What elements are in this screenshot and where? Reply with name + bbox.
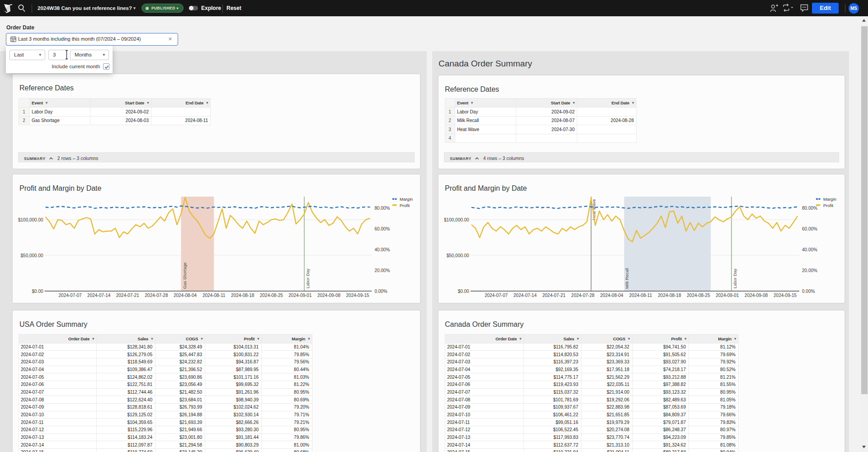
svg-text:Labor Day: Labor Day <box>732 268 737 288</box>
svg-text:2024-07-28: 2024-07-28 <box>571 293 595 298</box>
svg-text:$0.00: $0.00 <box>458 289 469 294</box>
svg-text:Labor Day: Labor Day <box>305 268 310 288</box>
svg-text:80.00%: 80.00% <box>374 206 390 211</box>
svg-text:2024-09-15: 2024-09-15 <box>774 293 797 298</box>
svg-text:0.00%: 0.00% <box>374 289 387 294</box>
svg-text:2024-07-14: 2024-07-14 <box>514 293 537 298</box>
svg-text:2024-07-07: 2024-07-07 <box>59 293 82 298</box>
svg-text:$0.00: $0.00 <box>32 289 43 294</box>
svg-text:2024-09-08: 2024-09-08 <box>745 293 768 298</box>
svg-text:2024-07-07: 2024-07-07 <box>485 293 508 298</box>
svg-text:40.00%: 40.00% <box>374 247 390 252</box>
svg-text:40.00%: 40.00% <box>802 247 817 252</box>
svg-text:Profit: Profit <box>400 203 410 208</box>
svg-text:$100,000.00: $100,000.00 <box>18 217 43 222</box>
svg-text:20.00%: 20.00% <box>374 268 390 273</box>
svg-text:Profit: Profit <box>823 203 834 208</box>
svg-text:Milk Recall: Milk Recall <box>624 268 629 289</box>
svg-text:2024-09-01: 2024-09-01 <box>288 293 312 298</box>
svg-text:Margin: Margin <box>400 197 413 202</box>
svg-text:60.00%: 60.00% <box>374 226 390 231</box>
svg-text:2024-09-01: 2024-09-01 <box>716 293 739 298</box>
svg-text:2024-08-25: 2024-08-25 <box>260 293 283 298</box>
svg-text:$100,000.00: $100,000.00 <box>444 217 469 222</box>
svg-text:$50,000.00: $50,000.00 <box>21 253 43 258</box>
svg-text:$50,000.00: $50,000.00 <box>447 253 469 258</box>
svg-text:2024-08-25: 2024-08-25 <box>687 293 710 298</box>
svg-text:Gas Shortage: Gas Shortage <box>182 262 187 289</box>
svg-text:2024-09-08: 2024-09-08 <box>317 293 341 298</box>
svg-text:2024-08-11: 2024-08-11 <box>203 293 226 298</box>
svg-text:2024-07-28: 2024-07-28 <box>145 293 168 298</box>
svg-text:2024-08-04: 2024-08-04 <box>600 293 624 298</box>
svg-text:2024-09-15: 2024-09-15 <box>346 293 370 298</box>
svg-text:Margin: Margin <box>823 197 836 202</box>
svg-text:2024-07-21: 2024-07-21 <box>116 293 140 298</box>
svg-text:20.00%: 20.00% <box>802 268 817 273</box>
svg-text:2024-08-11: 2024-08-11 <box>629 293 652 298</box>
svg-text:80.00%: 80.00% <box>802 206 817 211</box>
svg-text:2024-07-14: 2024-07-14 <box>87 293 111 298</box>
svg-text:2024-08-18: 2024-08-18 <box>231 293 255 298</box>
svg-text:0.00%: 0.00% <box>802 289 815 294</box>
svg-text:2024-08-04: 2024-08-04 <box>174 293 197 298</box>
svg-text:60.00%: 60.00% <box>802 226 817 231</box>
svg-text:2024-07-21: 2024-07-21 <box>542 293 566 298</box>
svg-text:2024-08-18: 2024-08-18 <box>658 293 681 298</box>
